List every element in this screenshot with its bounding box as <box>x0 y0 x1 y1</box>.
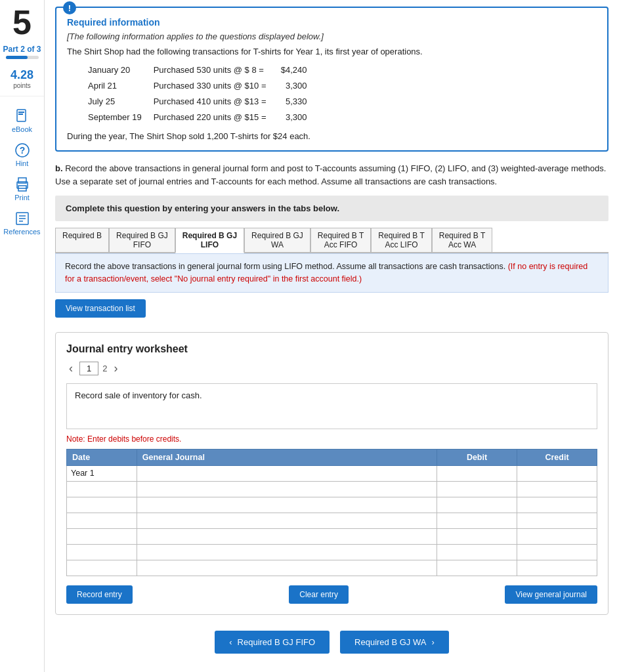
hint-label: Hint <box>16 159 29 167</box>
tab-required-b-gj-lifo[interactable]: Required B GJLIFO <box>175 228 244 253</box>
row-2-credit[interactable] <box>517 481 597 497</box>
row-3-date <box>67 497 137 513</box>
description-box: Record sale of inventory for cash. <box>66 383 597 429</box>
row-6-debit[interactable] <box>437 544 517 560</box>
col-header-debit: Debit <box>437 449 517 465</box>
row-5-debit-input[interactable] <box>441 532 513 541</box>
table-row: Year 1 <box>67 465 597 481</box>
sidebar-item-hint[interactable]: ? Hint <box>0 137 44 171</box>
next-page-button[interactable]: › <box>111 362 120 375</box>
tab-required-b-t-acc-lifo[interactable]: Required B TAcc LIFO <box>371 228 431 252</box>
svg-rect-2 <box>18 114 23 115</box>
tx-amount-2: 3,300 <box>278 79 318 93</box>
row-4-debit[interactable] <box>437 513 517 528</box>
ebook-label: eBook <box>12 125 32 133</box>
row-7-credit-input[interactable] <box>521 563 593 572</box>
row-2-credit-input[interactable] <box>521 484 593 494</box>
info-title: Required information <box>67 17 597 28</box>
print-icon <box>14 177 30 192</box>
row-4-credit[interactable] <box>517 513 597 528</box>
tab-required-b[interactable]: Required B <box>55 228 109 252</box>
row-7-debit-input[interactable] <box>441 563 513 572</box>
journal-table: Date General Journal Debit Credit Year 1 <box>66 449 597 576</box>
score-value: 4.28 <box>11 68 33 82</box>
view-general-journal-button[interactable]: View general journal <box>505 585 597 604</box>
row-5-date <box>67 528 137 544</box>
row-6-gj[interactable] <box>137 544 437 560</box>
instructions-paragraph: b. Record the above transactions in gene… <box>55 162 608 188</box>
row-2-debit[interactable] <box>437 481 517 497</box>
note-main-text: Record the above transactions in general… <box>65 262 505 271</box>
row-5-gj-input[interactable] <box>141 532 433 541</box>
col-header-gj: General Journal <box>137 449 437 465</box>
row-3-credit-input[interactable] <box>521 500 593 509</box>
row-2-date <box>67 481 137 497</box>
row-1-gj-input[interactable] <box>141 469 433 478</box>
prev-page-button[interactable]: ‹ <box>66 362 75 375</box>
nav-next-button[interactable]: Required B GJ WA › <box>340 631 449 654</box>
row-6-date <box>67 544 137 560</box>
row-7-gj[interactable] <box>137 560 437 576</box>
next-page-number[interactable]: 2 <box>102 364 107 373</box>
nav-prev-button[interactable]: ‹ Required B GJ FIFO <box>215 631 330 654</box>
row-1-date: Year 1 <box>67 465 137 481</box>
table-row: July 25 Purchased 410 units @ $13 = 5,33… <box>88 94 318 109</box>
row-1-credit[interactable] <box>517 465 597 481</box>
row-3-credit[interactable] <box>517 497 597 513</box>
row-1-gj[interactable] <box>137 465 437 481</box>
sidebar-item-ebook[interactable]: eBook <box>0 103 44 137</box>
row-6-credit[interactable] <box>517 544 597 560</box>
references-label: References <box>3 228 40 236</box>
row-1-credit-input[interactable] <box>521 469 593 478</box>
tab-required-b-t-acc-fifo[interactable]: Required B TAcc FIFO <box>310 228 371 252</box>
row-4-date <box>67 513 137 528</box>
row-2-debit-input[interactable] <box>441 484 513 494</box>
tab-required-b-gj-wa[interactable]: Required B GJWA <box>244 228 310 252</box>
row-7-debit[interactable] <box>437 560 517 576</box>
row-5-credit-input[interactable] <box>521 532 593 541</box>
row-2-gj[interactable] <box>137 481 437 497</box>
row-2-gj-input[interactable] <box>141 484 433 494</box>
svg-rect-5 <box>18 178 26 183</box>
tx-desc-4: Purchased 220 units @ $15 = <box>154 110 277 125</box>
sidebar: 5 Part 2 of 3 4.28 points eBook ? Hint P… <box>0 0 45 672</box>
row-1-debit[interactable] <box>437 465 517 481</box>
main-content: ! Required information [The following in… <box>45 0 619 672</box>
nav-prev-label: Required B GJ FIFO <box>238 637 315 647</box>
sidebar-item-references[interactable]: References <box>0 205 44 240</box>
row-7-gj-input[interactable] <box>141 563 433 572</box>
tab-required-b-gj-fifo[interactable]: Required B GJFIFO <box>109 228 175 252</box>
row-5-debit[interactable] <box>437 528 517 544</box>
clear-entry-button[interactable]: Clear entry <box>289 585 349 604</box>
current-page-indicator[interactable]: 1 <box>79 362 98 375</box>
sidebar-item-print[interactable]: Print <box>0 171 44 205</box>
row-6-gj-input[interactable] <box>141 547 433 556</box>
tx-date-2: April 21 <box>88 79 152 93</box>
row-4-debit-input[interactable] <box>441 516 513 525</box>
progress-bar-fill <box>6 56 28 59</box>
action-row: Record entry Clear entry View general jo… <box>66 585 597 604</box>
row-1-debit-input[interactable] <box>441 469 513 478</box>
row-3-debit[interactable] <box>437 497 517 513</box>
table-row <box>67 544 597 560</box>
during-year-text: During the year, The Shirt Shop sold 1,2… <box>67 131 597 141</box>
tab-required-b-t-acc-wa[interactable]: Required B TAcc WA <box>432 228 492 252</box>
row-7-credit[interactable] <box>517 560 597 576</box>
row-4-credit-input[interactable] <box>521 516 593 525</box>
table-row <box>67 497 597 513</box>
row-4-gj[interactable] <box>137 513 437 528</box>
row-4-gj-input[interactable] <box>141 516 433 525</box>
row-6-credit-input[interactable] <box>521 547 593 556</box>
record-entry-button[interactable]: Record entry <box>66 585 133 604</box>
row-5-gj[interactable] <box>137 528 437 544</box>
row-3-debit-input[interactable] <box>441 500 513 509</box>
row-6-debit-input[interactable] <box>441 547 513 556</box>
instructions-text: Record the above transactions in general… <box>55 163 606 186</box>
row-3-gj[interactable] <box>137 497 437 513</box>
view-transaction-button[interactable]: View transaction list <box>55 299 146 318</box>
row-3-gj-input[interactable] <box>141 500 433 509</box>
svg-rect-0 <box>17 110 26 121</box>
score-label: points <box>13 82 31 89</box>
row-5-credit[interactable] <box>517 528 597 544</box>
tx-date-4: September 19 <box>88 110 152 125</box>
